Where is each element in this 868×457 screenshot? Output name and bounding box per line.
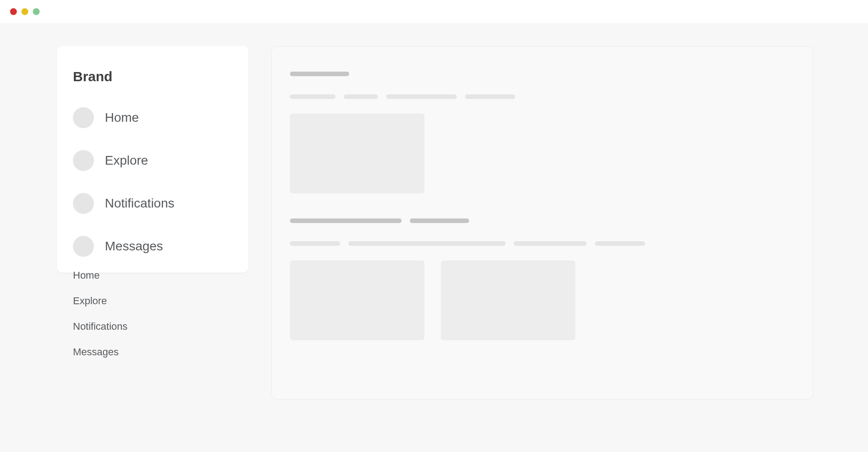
nav-label: Explore (105, 153, 148, 168)
secondary-nav-home[interactable]: Home (73, 270, 128, 281)
explore-icon (73, 150, 94, 171)
window-controls (0, 0, 868, 23)
notifications-icon (73, 193, 94, 214)
main-content (271, 46, 813, 400)
nav-label: Messages (105, 239, 163, 254)
skeleton-bar (514, 241, 587, 246)
brand-title: Brand (73, 69, 232, 84)
secondary-nav-notifications[interactable]: Notifications (73, 321, 128, 332)
skeleton-row (290, 241, 795, 246)
skeleton-bar (465, 94, 515, 99)
skeleton-image-row (290, 114, 795, 193)
nav-label: Notifications (105, 196, 175, 211)
secondary-nav-list: Home Explore Notifications Messages (73, 270, 128, 358)
skeleton-bar (344, 94, 378, 99)
skeleton-block (290, 218, 795, 340)
skeleton-image (290, 260, 424, 340)
skeleton-bar (595, 241, 645, 246)
skeleton-bar (290, 218, 402, 223)
nav-item-messages[interactable]: Messages (73, 236, 232, 257)
messages-icon (73, 236, 94, 257)
secondary-nav-messages[interactable]: Messages (73, 346, 128, 358)
skeleton-bar (386, 94, 457, 99)
nav-item-notifications[interactable]: Notifications (73, 193, 232, 214)
skeleton-row (290, 218, 795, 223)
skeleton-bar (410, 218, 469, 223)
skeleton-row (290, 72, 795, 76)
skeleton-bar (290, 72, 349, 76)
secondary-nav-explore[interactable]: Explore (73, 295, 128, 307)
page-background: Brand Home Explore Notifications Message… (0, 23, 868, 452)
minimize-window-icon[interactable] (21, 8, 28, 15)
skeleton-bar (290, 241, 340, 246)
skeleton-image-row (290, 260, 795, 340)
close-window-icon[interactable] (10, 8, 17, 15)
nav-list: Home Explore Notifications Messages (73, 107, 232, 257)
skeleton-bar (290, 94, 336, 99)
skeleton-row (290, 94, 795, 99)
home-icon (73, 107, 94, 128)
skeleton-block (290, 72, 795, 193)
nav-item-explore[interactable]: Explore (73, 150, 232, 171)
maximize-window-icon[interactable] (33, 8, 40, 15)
sidebar: Brand Home Explore Notifications Message… (57, 46, 248, 273)
skeleton-image (290, 114, 424, 193)
skeleton-bar (348, 241, 506, 246)
nav-item-home[interactable]: Home (73, 107, 232, 128)
nav-label: Home (105, 110, 139, 125)
skeleton-image (441, 260, 575, 340)
